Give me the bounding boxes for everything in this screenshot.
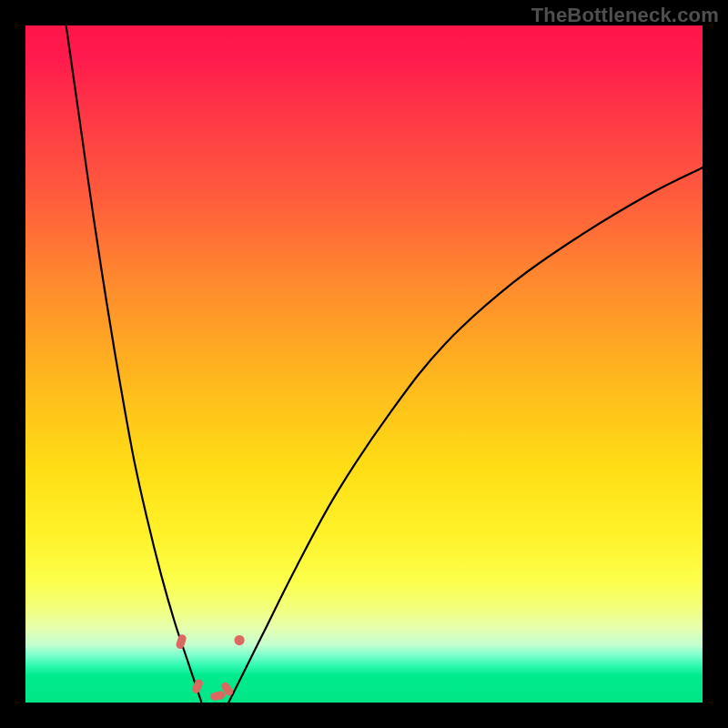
- curve-layer: [25, 25, 703, 703]
- marker-pill: [191, 678, 205, 694]
- plot-area: [25, 25, 703, 703]
- marker-dot: [235, 635, 245, 645]
- marker-pill: [210, 690, 227, 701]
- right-curve: [228, 167, 703, 703]
- chart-frame: TheBottleneck.com: [0, 0, 728, 728]
- marker-pill: [175, 633, 187, 650]
- left-curve: [66, 25, 202, 703]
- watermark-text: TheBottleneck.com: [531, 4, 719, 27]
